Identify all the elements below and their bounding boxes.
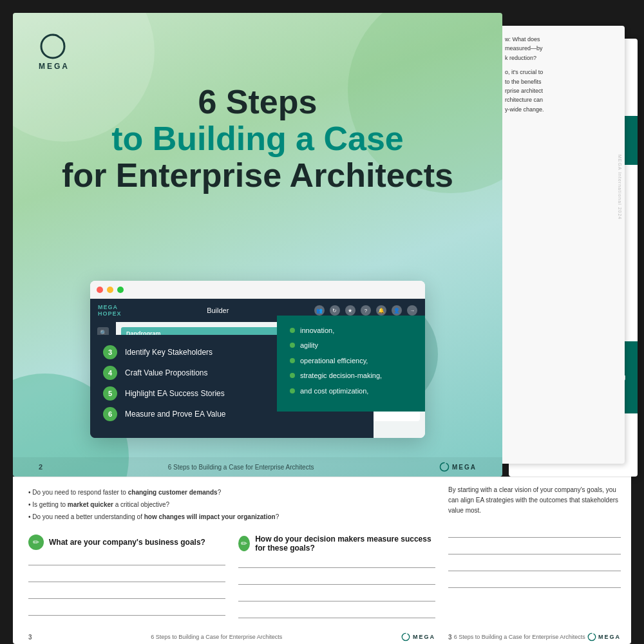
br-logo-text: MEGA [598,634,621,640]
bullet-text-3: operational efficiency, [300,356,368,366]
icon-users: 👥 [314,305,325,316]
section-left: ✏ What are your company's business goals… [28,528,225,623]
dot-yellow [107,287,113,293]
input-line-7[interactable] [238,590,435,601]
bottom-right-footer: 3 6 Steps to Building a Case for Enterpr… [448,632,621,641]
bl-page-num: 3 [28,634,32,641]
bullet-dot-3 [290,358,295,363]
page-back-right2: w: What doesmeasured—byk reduction? o, i… [496,26,625,464]
bullet-agility: agility [290,341,412,350]
bullet-dot-5 [290,388,295,393]
bullet-dot-2 [290,343,295,348]
bullet-efficiency: operational efficiency, [290,356,412,366]
bullet-decision: strategic decision-making, [290,371,412,381]
input-line-4[interactable] [28,604,225,616]
footer-logo: MEGA [439,462,477,472]
step-text-3: Identify Key Stakeholders [125,348,213,357]
br-logo-icon [587,632,596,641]
title-line1: 6 Steps [52,84,464,120]
bottom-right-text: By starting with a clear vision of your … [448,485,621,516]
bl-logo: MEGA [401,632,435,641]
page-back2-content: w: What doesmeasured—byk reduction? o, i… [496,26,625,123]
icon-help: ? [361,305,371,316]
bl-logo-icon [401,632,410,641]
br-page-title: 6 Steps to Building a Case for Enterpris… [454,634,585,640]
vertical-label: MEGA International 2024 [618,155,622,220]
footer-logo-icon [439,462,450,472]
cover-page: MEGA 6 Steps to Building a Case for Ente… [13,13,502,477]
br-input-4[interactable] [448,576,621,588]
logo-text: MEGA [39,62,70,71]
title-line2: to Building a Case [52,120,464,157]
dot-red [97,287,103,293]
bottom-bullet-1: • Do you need to respond faster to chang… [28,488,435,497]
bottom-sections-row: ✏ What are your company's business goals… [28,528,435,623]
bl-logo-text: MEGA [413,634,435,640]
icon-refresh: ↻ [330,305,340,316]
step-text-4: Craft Value Propositions [125,368,208,377]
mockup-toolbar-icons: 👥 ↻ ★ ? 🔔 👤 → [314,305,417,316]
br-page-num: 3 [448,634,452,641]
section-icon-2: ✏ [238,536,250,551]
bullet-list-area: innovation, agility operational efficien… [277,316,425,412]
section-right: ✏ How do your decision makers measure su… [238,528,435,623]
bottom-page-right: By starting with a clear vision of your … [438,477,631,644]
footer-logo-text: MEGA [452,464,477,471]
mega-logo-icon [39,32,67,61]
icon-export: → [407,305,417,316]
mockup-logo: MEGAHOPEX [98,304,122,317]
section-label-2: How do your decision makers measure succ… [255,535,435,553]
side-challenge: w: What doesmeasured—byk reduction? [505,35,616,62]
input-line-6[interactable] [238,573,435,585]
cover-title: 6 Steps to Building a Case for Enterpris… [13,84,502,194]
mockup-titlebar [90,281,425,299]
dot-green [117,287,124,293]
bullet-text-5: and cost optimization, [300,386,368,396]
input-line-8[interactable] [238,607,435,618]
step-num-4: 4 [103,366,117,380]
bullet-dot-4 [290,373,295,378]
bullet-text-1: innovation, [300,326,334,336]
bullet-text-4: strategic decision-making, [300,371,382,381]
bl-page-title: 6 Steps to Building a Case for Enterpris… [151,634,282,640]
icon-user: 👤 [392,305,402,316]
bottom-left-footer: 3 6 Steps to Building a Case for Enterpr… [28,632,435,641]
step-num-3: 3 [103,345,117,359]
builder-label: Builder [207,307,229,314]
bullet-innovation: innovation, [290,326,412,336]
input-line-5[interactable] [238,556,435,568]
step-text-6: Measure and Prove EA Value [125,410,226,419]
input-line-1[interactable] [28,554,225,565]
bottom-page-left: • Do you need to respond faster to chang… [13,477,451,644]
side-body: o, it's crucial toto the benefitsrprise … [505,68,616,114]
section-title-right: ✏ How do your decision makers measure su… [238,535,435,553]
footer-page-num: 2 [39,463,43,471]
br-input-1[interactable] [448,526,621,538]
bullet-dot-1 [290,328,295,333]
section-title-left: ✏ What are your company's business goals… [28,535,225,550]
title-line3: for Enterprise Architects [52,157,464,194]
input-line-2[interactable] [28,571,225,582]
icon-star: ★ [345,305,355,316]
icon-bell: 🔔 [376,305,386,316]
cover-footer: 2 6 Steps to Building a Case for Enterpr… [13,457,502,477]
step-num-6: 6 [103,407,117,421]
section-icon-1: ✏ [28,535,44,550]
step-num-5: 5 [103,386,117,401]
bullet-cost: and cost optimization, [290,386,412,396]
step-text-5: Highlight EA Success Stories [125,389,225,398]
footer-title: 6 Steps to Building a Case for Enterpris… [168,464,314,471]
logo: MEGA [39,32,70,71]
br-input-3[interactable] [448,560,621,571]
input-line-3[interactable] [28,587,225,599]
bottom-bullet-2: • Is getting to market quicker a critica… [28,500,435,509]
section-label-1: What are your company's business goals? [49,538,205,547]
br-input-2[interactable] [448,543,621,554]
bullet-text-2: agility [300,341,318,350]
bottom-bullet-3: • Do you need a better understanding of … [28,512,435,522]
br-logo: MEGA [587,632,621,641]
